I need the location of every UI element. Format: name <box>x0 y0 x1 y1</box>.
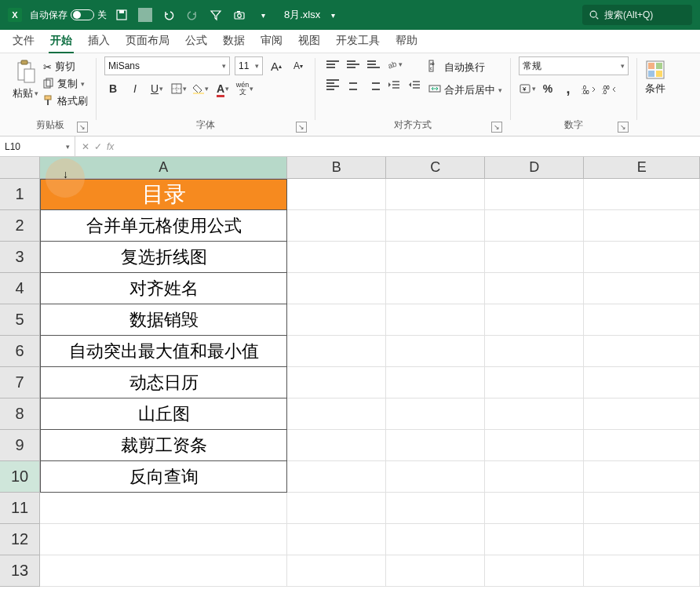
wrap-text-button[interactable]: abc自动换行 <box>428 60 502 75</box>
cell[interactable] <box>40 493 287 524</box>
comma-format-icon[interactable]: , <box>560 80 577 97</box>
qat-more-icon[interactable]: ▾ <box>256 8 270 22</box>
cell[interactable] <box>584 555 700 587</box>
col-header-C[interactable]: C <box>386 157 485 178</box>
cell[interactable] <box>287 493 386 524</box>
cell[interactable] <box>40 555 287 587</box>
cell[interactable] <box>584 398 700 430</box>
cell[interactable] <box>287 336 386 367</box>
cell[interactable] <box>485 273 584 304</box>
tab-view[interactable]: 视图 <box>290 29 328 53</box>
increase-decimal-icon[interactable]: .0.00 <box>580 80 597 97</box>
cell[interactable] <box>40 524 287 555</box>
underline-button[interactable]: U▾ <box>148 80 166 97</box>
row-header[interactable]: 4 <box>0 273 40 304</box>
autosave-toggle-group[interactable]: 自动保存 关 <box>30 9 107 22</box>
col-header-B[interactable]: B <box>287 157 386 178</box>
row-header[interactable]: 9 <box>0 430 40 461</box>
chevron-down-icon[interactable]: ▾ <box>35 89 38 97</box>
cell[interactable]: 合并单元格使用公式 <box>40 210 287 242</box>
cell[interactable]: 复选折线图 <box>40 242 287 273</box>
font-name-combo[interactable]: MiSans▾ <box>104 56 230 75</box>
cell[interactable] <box>287 367 386 398</box>
decrease-decimal-icon[interactable]: .00.0 <box>600 80 618 97</box>
merge-center-button[interactable]: 合并后居中▾ <box>428 82 502 97</box>
tab-home[interactable]: 开始 <box>42 29 80 53</box>
cancel-icon[interactable]: ✕ <box>82 141 89 152</box>
cell[interactable] <box>584 336 700 367</box>
cell[interactable] <box>584 210 700 242</box>
tab-help[interactable]: 帮助 <box>388 29 425 53</box>
save-icon[interactable] <box>115 8 129 22</box>
cell[interactable] <box>287 273 386 304</box>
cell[interactable] <box>485 493 584 524</box>
cell[interactable] <box>485 179 584 210</box>
row-header[interactable]: 12 <box>0 524 40 555</box>
alignment-launcher-icon[interactable]: ↘ <box>491 122 502 133</box>
cell[interactable] <box>386 524 485 555</box>
accounting-format-icon[interactable]: ¥▾ <box>519 80 536 97</box>
row-header[interactable]: 13 <box>0 555 40 587</box>
paste-button[interactable]: 粘贴▾ <box>13 56 38 100</box>
align-left-icon[interactable] <box>323 77 342 93</box>
cut-button[interactable]: ✂剪切 <box>43 60 88 74</box>
cell[interactable] <box>287 210 386 242</box>
cell[interactable] <box>584 524 700 555</box>
row-header[interactable]: 3 <box>0 242 40 273</box>
cell[interactable] <box>485 398 584 430</box>
cell[interactable]: 山丘图 <box>40 398 287 430</box>
align-center-icon[interactable] <box>344 77 363 93</box>
name-box[interactable]: L10 ▾ <box>0 136 75 157</box>
font-color-button[interactable]: A▾ <box>214 80 232 97</box>
cell[interactable] <box>485 367 584 398</box>
tab-file[interactable]: 文件 <box>5 29 42 53</box>
cell[interactable] <box>386 210 485 242</box>
format-painter-button[interactable]: 格式刷 <box>43 94 88 108</box>
cell[interactable] <box>287 555 386 587</box>
col-header-E[interactable]: E <box>584 157 700 178</box>
filter-icon[interactable] <box>209 8 223 22</box>
cell[interactable] <box>584 273 700 304</box>
cell[interactable] <box>287 524 386 555</box>
tab-developer[interactable]: 开发工具 <box>328 29 388 53</box>
borders-button[interactable]: ▾ <box>170 80 188 97</box>
cell[interactable]: 对齐姓名 <box>40 273 287 304</box>
cell[interactable] <box>386 367 485 398</box>
cell[interactable]: 反向查询 <box>40 461 287 493</box>
phonetic-guide-button[interactable]: wén文▾ <box>236 80 253 97</box>
cell[interactable] <box>287 398 386 430</box>
row-header[interactable]: 6 <box>0 336 40 367</box>
cell[interactable] <box>485 461 584 493</box>
cell[interactable]: 数据销毁 <box>40 304 287 336</box>
cell[interactable] <box>485 430 584 461</box>
cell[interactable] <box>386 336 485 367</box>
cell[interactable] <box>584 367 700 398</box>
camera-icon[interactable] <box>232 8 246 22</box>
increase-font-icon[interactable]: A▴ <box>268 57 285 75</box>
bold-button[interactable]: B <box>104 80 122 97</box>
italic-button[interactable]: I <box>126 80 144 97</box>
cell[interactable] <box>584 304 700 336</box>
cell[interactable] <box>386 430 485 461</box>
cell[interactable]: 自动突出最大值和最小值 <box>40 336 287 367</box>
row-header[interactable]: 2 <box>0 210 40 242</box>
align-top-icon[interactable] <box>323 56 342 72</box>
cell[interactable] <box>386 179 485 210</box>
autosave-toggle[interactable] <box>71 9 94 20</box>
cell[interactable] <box>386 242 485 273</box>
number-launcher-icon[interactable]: ↘ <box>618 122 629 133</box>
cell[interactable] <box>386 461 485 493</box>
cell[interactable] <box>485 524 584 555</box>
row-header[interactable]: 8 <box>0 398 40 430</box>
font-launcher-icon[interactable]: ↘ <box>296 122 307 133</box>
row-header[interactable]: 10 <box>0 461 40 493</box>
col-header-A[interactable]: A <box>40 157 287 178</box>
cell[interactable] <box>485 210 584 242</box>
decrease-font-icon[interactable]: A▾ <box>290 57 307 75</box>
tab-review[interactable]: 审阅 <box>253 29 290 53</box>
font-size-combo[interactable]: 11▾ <box>235 56 263 75</box>
row-header[interactable]: 7 <box>0 367 40 398</box>
cell[interactable] <box>287 430 386 461</box>
cell[interactable] <box>584 179 700 210</box>
cell[interactable] <box>287 242 386 273</box>
